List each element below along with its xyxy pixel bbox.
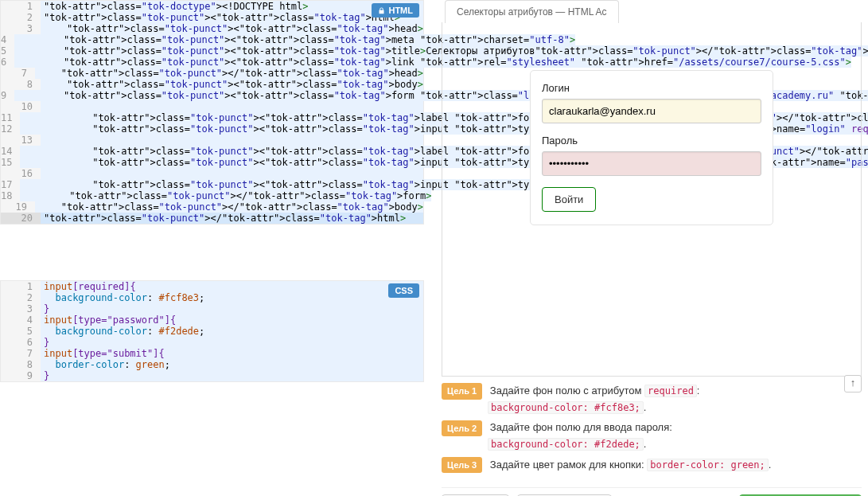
code-line[interactable]: 15 "tok-attr">class="tok-punct"><"tok-at… — [1, 157, 423, 168]
preview-body: Логин Пароль Войти — [442, 22, 862, 377]
goal-3: Цель 3 Задайте цвет рамок для кнопки: bo… — [442, 457, 862, 474]
code-line[interactable]: 1input[required]{ — [1, 281, 423, 292]
code-line[interactable]: 6 "tok-attr">class="tok-punct"><"tok-att… — [1, 57, 423, 68]
code-line[interactable]: 8 border-color: green; — [1, 359, 423, 370]
code-line[interactable]: 2"tok-attr">class="tok-punct"><"tok-attr… — [1, 12, 423, 23]
html-editor-panel: HTML 1"tok-attr">class="tok-doctype"><!D… — [0, 0, 424, 225]
goal-2-chip: Цель 2 — [442, 420, 482, 437]
goal-1-chip: Цель 1 — [442, 383, 482, 400]
goal-3-text-a: Задайте цвет рамок для кнопки: — [490, 459, 647, 471]
css-editor-panel: CSS 1input[required]{2 background-color:… — [0, 280, 424, 382]
goal-3-text-b: . — [769, 459, 772, 471]
submit-button[interactable]: Войти — [542, 187, 596, 212]
preview-tab[interactable]: Селекторы атрибутов — HTML Ac — [445, 0, 619, 23]
scroll-up-button[interactable]: ↑ — [844, 375, 862, 393]
code-line[interactable]: 10 — [1, 101, 423, 112]
css-badge-label: CSS — [395, 286, 413, 295]
code-line[interactable]: 9} — [1, 370, 423, 381]
code-line[interactable]: 14 "tok-attr">class="tok-punct"><"tok-at… — [1, 146, 423, 157]
code-line[interactable]: 13 — [1, 135, 423, 146]
code-line[interactable]: 19 "tok-attr">class="tok-punct"></"tok-a… — [1, 201, 423, 213]
login-label: Логин — [542, 82, 761, 94]
code-line[interactable]: 16 — [1, 168, 423, 179]
code-line[interactable]: 3} — [1, 303, 423, 314]
login-form: Логин Пароль Войти — [530, 70, 773, 225]
goal-1-code-a: required — [644, 385, 697, 397]
goal-1-subcode: background-color: #fcf8e3; — [488, 401, 644, 414]
bottom-bar: ▲Теория Показать ответ Следующее задание — [442, 487, 862, 496]
goal-2-text-a: Задайте фон полю для ввода пароля: — [490, 421, 672, 433]
goal-1-text-b: : — [697, 385, 700, 396]
code-line[interactable]: 7input[type="submit"]{ — [1, 348, 423, 359]
goal-2: Цель 2 Задайте фон полю для ввода пароля… — [442, 420, 862, 451]
code-line[interactable]: 11 "tok-attr">class="tok-punct"><"tok-at… — [1, 112, 423, 123]
css-badge: CSS — [388, 283, 419, 298]
code-line[interactable]: 4 "tok-attr">class="tok-punct"><"tok-att… — [1, 34, 423, 45]
goal-3-code-a: border-color: green; — [647, 459, 769, 471]
goal-1-subend: . — [644, 401, 647, 413]
goal-3-chip: Цель 3 — [442, 457, 482, 474]
goal-1: Цель 1 Задайте фон полю с атрибутом requ… — [442, 383, 862, 415]
code-line[interactable]: 1"tok-attr">class="tok-doctype"><!DOCTYP… — [1, 1, 423, 12]
code-line[interactable]: 5 background-color: #f2dede; — [1, 326, 423, 337]
login-input[interactable] — [542, 99, 761, 123]
password-input[interactable] — [542, 151, 761, 176]
code-line[interactable]: 7 "tok-attr">class="tok-punct"></"tok-at… — [1, 68, 423, 79]
html-badge: HTML — [372, 3, 419, 18]
lock-icon — [378, 7, 385, 14]
code-line[interactable]: 20"tok-attr">class="tok-punct"></"tok-at… — [1, 213, 423, 224]
code-line[interactable]: 18 "tok-attr">class="tok-punct"></"tok-a… — [1, 190, 423, 201]
code-line[interactable]: 8 "tok-attr">class="tok-punct"><"tok-att… — [1, 79, 423, 90]
html-badge-label: HTML — [388, 6, 413, 15]
code-line[interactable]: 3 "tok-attr">class="tok-punct"><"tok-att… — [1, 23, 423, 34]
preview-tab-bar: Селекторы атрибутов — HTML Ac — [442, 0, 862, 23]
code-line[interactable]: 4input[type="password"]{ — [1, 314, 423, 326]
css-code-editor[interactable]: 1input[required]{2 background-color: #fc… — [0, 280, 424, 382]
goal-1-text-a: Задайте фон полю с атрибутом — [490, 385, 644, 396]
goal-2-subend: . — [644, 438, 647, 450]
goals-panel: ↑ Цель 1 Задайте фон полю с атрибутом re… — [442, 377, 862, 487]
code-line[interactable]: 12 "tok-attr">class="tok-punct"><"tok-at… — [1, 123, 423, 135]
code-line[interactable]: 9 "tok-attr">class="tok-punct"><"tok-att… — [1, 90, 423, 101]
html-code-editor[interactable]: 1"tok-attr">class="tok-doctype"><!DOCTYP… — [0, 0, 424, 225]
code-line[interactable]: 2 background-color: #fcf8e3; — [1, 292, 423, 303]
goal-2-subcode: background-color: #f2dede; — [488, 438, 644, 451]
password-label: Пароль — [542, 135, 761, 146]
code-line[interactable]: 5 "tok-attr">class="tok-punct"><"tok-att… — [1, 45, 423, 57]
code-line[interactable]: 6} — [1, 337, 423, 348]
code-line[interactable]: 17 "tok-attr">class="tok-punct"><"tok-at… — [1, 179, 423, 190]
